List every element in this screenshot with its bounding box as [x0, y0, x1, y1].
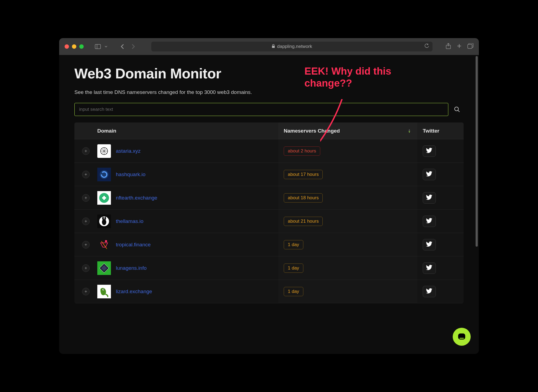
header-domain[interactable]: Domain [97, 128, 278, 134]
domain-icon [97, 238, 111, 252]
svg-point-24 [103, 289, 104, 290]
domain-link[interactable]: lizard.exchange [116, 289, 152, 295]
table-row: + lizard.exchange 1 day [74, 280, 464, 303]
close-window-button[interactable] [65, 44, 69, 49]
expand-button[interactable]: + [82, 218, 90, 225]
svg-point-5 [455, 107, 458, 111]
search-icon [454, 106, 460, 112]
traffic-lights [65, 44, 84, 49]
maximize-window-button[interactable] [79, 44, 84, 49]
page-subtitle: See the last time DNS nameservers change… [74, 89, 464, 95]
expand-button[interactable]: + [82, 288, 90, 295]
right-tools [446, 43, 473, 50]
svg-rect-12 [102, 197, 106, 199]
twitter-button[interactable] [423, 169, 436, 180]
chevron-down-icon[interactable] [104, 42, 108, 51]
svg-point-16 [102, 217, 104, 220]
svg-point-18 [105, 240, 107, 242]
back-button[interactable] [117, 42, 127, 51]
time-badge: about 21 hours [284, 217, 323, 226]
twitter-button[interactable] [423, 239, 436, 250]
nav-group [117, 42, 138, 51]
expand-button[interactable]: + [82, 194, 90, 202]
twitter-icon [426, 195, 433, 201]
lock-icon [272, 44, 275, 49]
twitter-icon [426, 265, 433, 271]
twitter-button[interactable] [423, 262, 436, 274]
svg-point-15 [102, 219, 106, 225]
sidebar-toggle-icon[interactable] [93, 42, 103, 51]
time-badge: 1 day [284, 264, 303, 273]
time-badge: about 17 hours [284, 170, 323, 179]
refresh-icon[interactable] [424, 44, 429, 50]
annotation: EEK! Why did this change?? [304, 65, 413, 90]
url-bar[interactable]: dappling.network [151, 42, 433, 51]
minimize-window-button[interactable] [72, 44, 76, 49]
table-body: + astaria.xyz about 2 hours + hashquark.… [74, 139, 464, 303]
svg-rect-4 [468, 44, 472, 48]
twitter-icon [426, 288, 433, 295]
browser-window: dappling.network Web3 Domain Monitor See… [59, 38, 479, 354]
time-badge: about 2 hours [284, 146, 320, 156]
chat-icon [457, 332, 466, 341]
expand-button[interactable]: + [82, 264, 90, 272]
expand-button[interactable]: + [82, 171, 90, 178]
annotation-arrow-icon [320, 99, 369, 173]
domain-icon [97, 215, 111, 228]
twitter-button[interactable] [423, 216, 436, 227]
domain-icon [97, 144, 111, 158]
time-badge: 1 day [284, 287, 303, 296]
page-content: Web3 Domain Monitor See the last time DN… [59, 55, 479, 314]
header-twitter[interactable]: Twitter [417, 128, 464, 134]
chat-widget-button[interactable] [453, 328, 471, 346]
expand-button[interactable]: + [82, 147, 90, 155]
forward-button[interactable] [128, 42, 138, 51]
domain-link[interactable]: tropical.finance [116, 242, 151, 248]
svg-rect-2 [272, 46, 275, 48]
twitter-icon [426, 218, 433, 224]
search-button[interactable] [451, 103, 464, 116]
svg-point-17 [104, 217, 106, 220]
search-input[interactable] [74, 103, 448, 116]
domain-icon [97, 261, 111, 275]
domain-icon [97, 191, 111, 205]
twitter-icon [426, 241, 433, 248]
domain-link[interactable]: thellamas.io [116, 218, 143, 224]
table-row: + nftearth.exchange about 18 hours [74, 186, 464, 210]
domain-table: Domain Nameservers Changed ▲▼ Twitter + … [74, 122, 464, 303]
new-tab-icon[interactable] [457, 43, 462, 50]
expand-button[interactable]: + [82, 241, 90, 249]
tabs-overview-icon[interactable] [467, 43, 473, 50]
table-header: Domain Nameservers Changed ▲▼ Twitter [74, 122, 464, 139]
twitter-icon [426, 171, 433, 177]
sidebar-toggle-group [93, 42, 108, 51]
svg-rect-26 [460, 338, 464, 339]
titlebar: dappling.network [59, 38, 479, 55]
domain-link[interactable]: nftearth.exchange [116, 195, 157, 201]
table-row: + tropical.finance 1 day [74, 233, 464, 256]
table-row: + thellamas.io about 21 hours [74, 210, 464, 233]
domain-icon [97, 285, 111, 298]
share-icon[interactable] [446, 43, 451, 50]
twitter-button[interactable] [423, 286, 436, 297]
time-badge: about 18 hours [284, 193, 323, 203]
url-text: dappling.network [277, 44, 312, 49]
table-row: + lunagens.info 1 day [74, 256, 464, 280]
domain-icon [97, 168, 111, 181]
twitter-button[interactable] [423, 145, 436, 157]
sort-icon: ▲▼ [408, 129, 411, 133]
domain-link[interactable]: hashquark.io [116, 171, 146, 177]
domain-link[interactable]: lunagens.info [116, 265, 147, 271]
svg-rect-0 [95, 44, 101, 49]
search-row [74, 103, 464, 116]
table-row: + astaria.xyz about 2 hours [74, 139, 464, 163]
twitter-button[interactable] [423, 192, 436, 204]
domain-link[interactable]: astaria.xyz [116, 148, 141, 154]
table-row: + hashquark.io about 17 hours [74, 163, 464, 186]
twitter-icon [426, 148, 433, 154]
time-badge: 1 day [284, 240, 303, 249]
annotation-text: EEK! Why did this change?? [304, 65, 413, 90]
